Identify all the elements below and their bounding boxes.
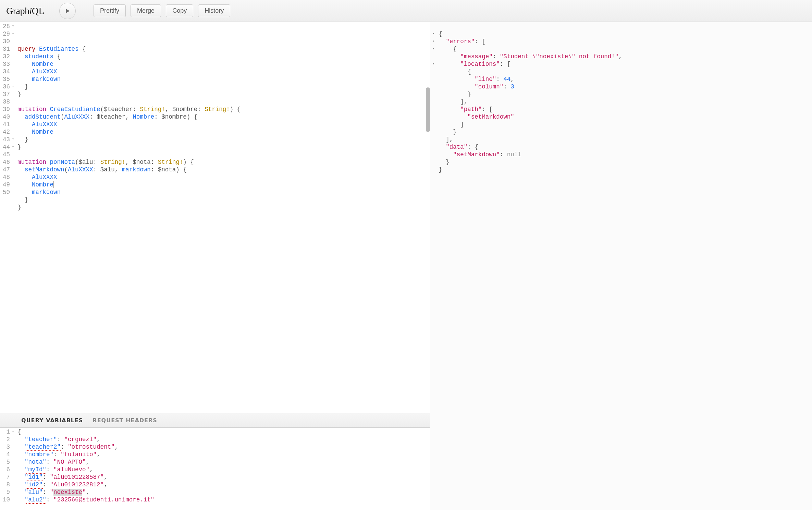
history-button[interactable]: History — [198, 4, 230, 17]
result-viewer[interactable]: ▾▾▾ ▾ { "errors": [ { "message": "Studen… — [430, 22, 812, 510]
result-pane: ▾▾▾ ▾ { "errors": [ { "message": "Studen… — [430, 22, 812, 510]
main-split: 2829303132333435363738394041424344454647… — [0, 22, 812, 510]
result-code: { "errors": [ { "message": "Student \"no… — [436, 22, 812, 510]
tab-query-variables[interactable]: QUERY VARIABLES — [21, 417, 83, 424]
copy-button[interactable]: Copy — [166, 4, 193, 17]
query-fold-gutter[interactable]: ▾▾ ▾ ▾▾ — [12, 22, 15, 413]
editor-pane: 2829303132333435363738394041424344454647… — [0, 22, 430, 510]
variables-editor[interactable]: 12345678910 ▾ { "teacher": "crguezl", "t… — [0, 428, 430, 510]
query-editor[interactable]: 2829303132333435363738394041424344454647… — [0, 22, 430, 413]
variables-gutter: 12345678910 — [0, 428, 12, 510]
logo: GraphiQL — [6, 5, 44, 16]
toolbar: GraphiQL Prettify Merge Copy History — [0, 0, 812, 22]
variables-fold-gutter[interactable]: ▾ — [12, 428, 15, 510]
variables-code[interactable]: { "teacher": "crguezl", "teacher2": "otr… — [15, 428, 430, 510]
result-fold-gutter[interactable]: ▾▾▾ ▾ — [430, 22, 436, 510]
execute-button[interactable] — [59, 3, 76, 19]
scrollbar-thumb[interactable] — [426, 87, 430, 132]
play-icon — [64, 8, 71, 14]
prettify-button[interactable]: Prettify — [94, 4, 126, 17]
query-code[interactable]: query Estudiantes { students { Nombre Al… — [15, 22, 430, 413]
tab-request-headers[interactable]: REQUEST HEADERS — [93, 417, 157, 424]
secondary-tabs: QUERY VARIABLES REQUEST HEADERS — [0, 413, 430, 428]
query-editor-wrap: 2829303132333435363738394041424344454647… — [0, 22, 430, 413]
query-gutter: 2829303132333435363738394041424344454647… — [0, 22, 12, 413]
merge-button[interactable]: Merge — [131, 4, 161, 17]
